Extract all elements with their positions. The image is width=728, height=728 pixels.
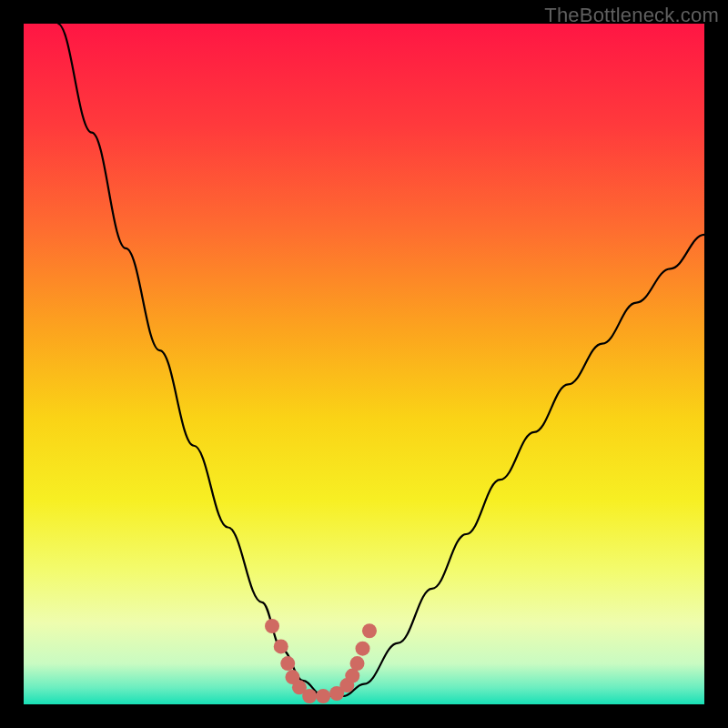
optimal-dot xyxy=(350,656,365,671)
optimal-dot xyxy=(362,623,377,638)
optimal-dot xyxy=(356,642,370,656)
bottleneck-chart xyxy=(24,24,704,704)
chart-frame: TheBottleneck.com xyxy=(0,0,728,728)
optimal-dot xyxy=(302,689,317,703)
optimal-dot xyxy=(280,656,295,671)
gradient-background xyxy=(24,24,704,704)
optimal-dot xyxy=(316,689,330,703)
optimal-dot xyxy=(265,619,279,633)
optimal-dot xyxy=(274,639,288,653)
